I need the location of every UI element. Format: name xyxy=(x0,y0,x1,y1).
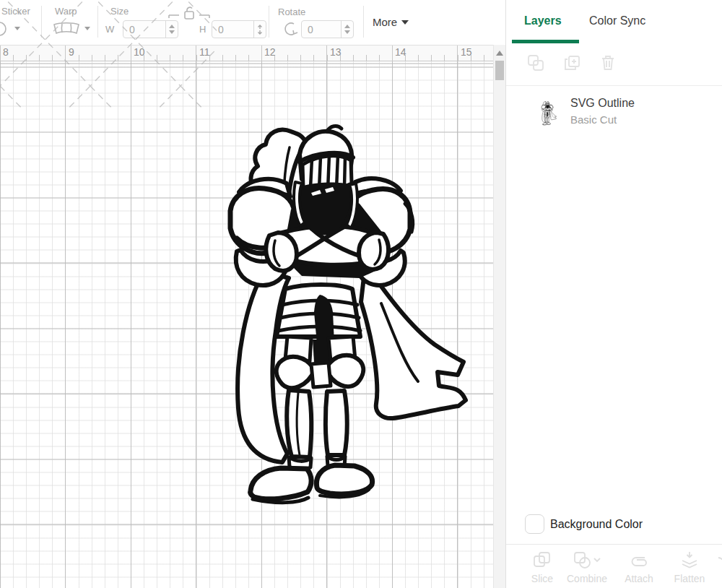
ruler-number: 14 xyxy=(395,46,406,58)
toolbar-divider xyxy=(97,6,98,38)
knight-artwork[interactable] xyxy=(219,123,468,513)
warp-dropdown-caret[interactable] xyxy=(84,27,90,30)
height-input[interactable] xyxy=(212,21,253,38)
sticker-dropdown-caret[interactable] xyxy=(14,27,20,30)
rotate-input[interactable] xyxy=(302,21,341,38)
slice-button[interactable]: Slice xyxy=(517,550,567,584)
flatten-icon xyxy=(680,550,699,569)
ruler-number: 10 xyxy=(134,46,145,58)
layer-list-item[interactable]: SVG Outline Basic Cut xyxy=(541,97,714,134)
clipped-action-icon[interactable] xyxy=(717,553,722,572)
flatten-button[interactable]: Flatten xyxy=(664,550,715,584)
rotate-icon[interactable] xyxy=(282,21,299,37)
height-stepper[interactable] xyxy=(253,21,266,38)
delete-layer-icon[interactable] xyxy=(599,53,617,72)
height-field-box xyxy=(212,20,266,38)
attach-icon xyxy=(630,550,648,569)
warp-icon[interactable] xyxy=(52,22,81,36)
flatten-label: Flatten xyxy=(674,573,705,584)
width-stepper-up-icon[interactable] xyxy=(169,25,175,28)
background-color-label: Background Color xyxy=(550,518,643,531)
width-stepper[interactable] xyxy=(165,21,178,38)
toolbar-divider xyxy=(41,6,42,38)
height-autosize-icon[interactable] xyxy=(256,25,264,35)
attach-button[interactable]: Attach xyxy=(614,550,664,584)
combine-button[interactable]: Combine xyxy=(562,550,612,584)
active-tab-underline xyxy=(512,40,579,43)
attach-label: Attach xyxy=(625,573,653,584)
design-canvas[interactable] xyxy=(0,61,493,588)
layers-panel: Layers Color Sync SVG Outline Basic Cut xyxy=(505,0,722,588)
toolbar-divider xyxy=(363,6,364,38)
scroll-up-arrow-icon[interactable] xyxy=(496,51,503,56)
rotate-label: Rotate xyxy=(278,7,305,17)
width-stepper-down-icon[interactable] xyxy=(169,30,175,34)
size-label: Size xyxy=(110,6,129,17)
ruler-number: 9 xyxy=(69,46,74,58)
tab-color-sync[interactable]: Color Sync xyxy=(589,14,645,27)
height-label: H xyxy=(199,24,206,35)
panel-divider xyxy=(506,544,722,545)
rotate-field-box xyxy=(301,20,354,38)
more-caret-icon xyxy=(401,20,409,25)
canvas-vertical-scrollbar[interactable] xyxy=(493,45,505,588)
horizontal-ruler: 8 9 10 11 12 13 14 15 xyxy=(0,45,493,61)
sticker-icon[interactable] xyxy=(0,20,13,38)
more-menu-button[interactable]: More xyxy=(373,16,409,28)
layer-cut-type: Basic Cut xyxy=(570,113,635,126)
combine-icon xyxy=(573,550,601,569)
ruler-number: 12 xyxy=(264,46,276,58)
ruler-number: 11 xyxy=(199,46,210,58)
rotate-stepper-down-icon[interactable] xyxy=(344,30,350,34)
top-toolbar: Sticker Warp Size W H xyxy=(0,0,505,45)
width-input[interactable] xyxy=(123,21,165,38)
combine-label: Combine xyxy=(567,573,607,584)
slice-icon xyxy=(533,550,552,569)
scrollbar-thumb[interactable] xyxy=(495,61,504,80)
warp-label: Warp xyxy=(55,6,77,17)
width-field-box xyxy=(123,20,178,38)
ruler-number: 13 xyxy=(330,46,342,58)
group-layers-icon[interactable] xyxy=(526,53,545,72)
layer-title: SVG Outline xyxy=(570,97,635,110)
width-label: W xyxy=(105,24,114,35)
design-app-window: Sticker Warp Size W H xyxy=(0,0,722,588)
slice-label: Slice xyxy=(531,573,553,584)
more-label: More xyxy=(373,16,397,28)
toolbar-divider xyxy=(269,6,269,38)
tab-layers[interactable]: Layers xyxy=(524,14,562,27)
rotate-stepper[interactable] xyxy=(341,21,353,38)
ruler-number: 8 xyxy=(3,46,9,58)
ruler-number: 15 xyxy=(461,46,472,58)
sticker-label: Sticker xyxy=(1,6,30,17)
panel-divider xyxy=(506,85,722,86)
duplicate-layer-icon[interactable] xyxy=(562,53,581,72)
layer-thumbnail-knight xyxy=(541,101,557,126)
size-lock-icon[interactable] xyxy=(168,6,211,22)
background-color-swatch[interactable] xyxy=(525,514,544,534)
rotate-stepper-up-icon[interactable] xyxy=(344,25,350,28)
